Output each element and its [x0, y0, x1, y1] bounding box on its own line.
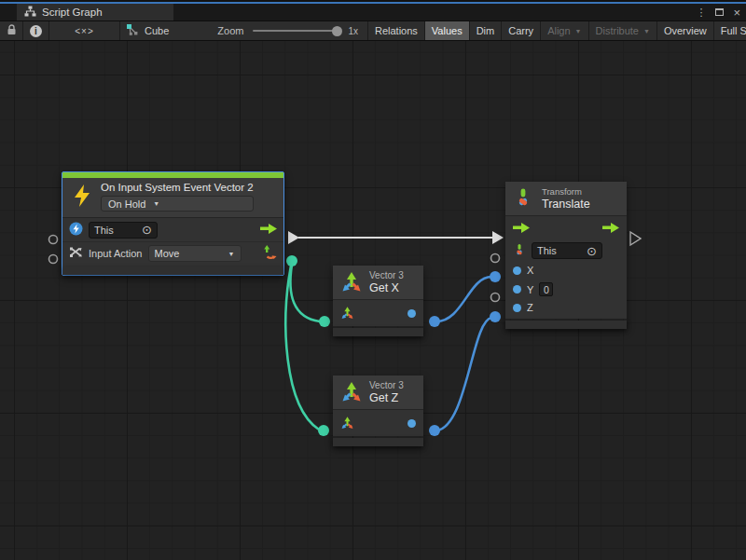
graph-ref-label: Cube: [145, 25, 169, 36]
vector3-mini-icon[interactable]: [340, 306, 354, 321]
transform-icon: [513, 187, 533, 210]
getx-output-dot[interactable]: [408, 309, 416, 318]
inspect-button[interactable]: i: [23, 21, 48, 40]
getz-node-footer: [333, 438, 423, 446]
x-label: X: [527, 265, 533, 276]
z-port-dot[interactable]: [513, 304, 521, 312]
translate-y-row: Y 0: [505, 280, 627, 299]
node-type-label: Vector 3: [369, 380, 404, 390]
port-event-this[interactable]: [49, 236, 58, 244]
node-title: On Input System Event Vector 2: [101, 182, 254, 193]
node-transform-translate[interactable]: Transform Translate: [505, 182, 627, 329]
wire-event-to-getz: [285, 266, 319, 430]
port-getz-out[interactable]: [429, 425, 440, 436]
vector3-icon: [340, 380, 363, 404]
translate-z-row: Z: [505, 299, 627, 319]
toolbar-button-values[interactable]: Values: [425, 21, 469, 40]
zoom-label: Zoom: [217, 25, 243, 36]
event-mode-dropdown[interactable]: On Hold ▼: [101, 196, 254, 212]
vector3-icon: [340, 270, 363, 294]
event-node-footer: [62, 266, 283, 275]
toolbar-button-overview[interactable]: Overview: [657, 21, 713, 40]
code-preview-button[interactable]: <×>: [49, 21, 119, 40]
tab-script-graph[interactable]: Script Graph: [17, 4, 173, 20]
maximize-icon[interactable]: [715, 8, 724, 16]
input-action-icon: [69, 246, 83, 261]
zoom-slider-handle[interactable]: [332, 26, 342, 36]
port-translate-y[interactable]: [491, 294, 500, 302]
lock-button[interactable]: [0, 21, 22, 40]
toolbar-button-distribute[interactable]: Distribute▼: [589, 21, 656, 40]
input-action-dropdown[interactable]: Move ▼: [148, 245, 242, 262]
dropdown-caret-icon: ▼: [643, 28, 650, 34]
object-picker-icon[interactable]: ⊙: [142, 224, 152, 236]
y-value-field[interactable]: 0: [539, 282, 553, 296]
zoom-value: 1x: [348, 26, 358, 36]
toolbar-button-dim[interactable]: Dim: [470, 21, 502, 40]
toolbar-button-relations[interactable]: Relations: [368, 21, 424, 40]
translate-target-field[interactable]: This ⊙: [532, 242, 602, 259]
dropdown-caret-icon: ▼: [228, 251, 235, 257]
port-translate-x[interactable]: [490, 271, 501, 282]
translate-node-footer: [505, 321, 627, 329]
node-type-label: Transform: [542, 186, 590, 197]
wire-getz-to-z: [436, 318, 491, 430]
getz-output-dot[interactable]: [408, 419, 416, 428]
menu-kebab-icon[interactable]: ⋮: [696, 7, 706, 19]
graph-toolbar: i <×> Cube Zoom 1x Relations Values Dim: [0, 20, 746, 41]
graph-reference[interactable]: Cube: [126, 21, 169, 40]
node-type-label: Vector 3: [369, 270, 404, 280]
wire-flow-event-to-translate: [288, 231, 504, 244]
getz-port-row: [333, 410, 423, 436]
port-translate-z[interactable]: [490, 311, 501, 322]
wire-event-to-getx: [290, 265, 320, 321]
node-vector3-get-x[interactable]: Vector 3 Get X: [333, 266, 423, 336]
toolbar-button-fullscreen[interactable]: Full Screen: [714, 21, 746, 40]
z-label: Z: [527, 302, 533, 313]
event-target-field[interactable]: This ⊙: [89, 222, 158, 239]
dropdown-caret-icon: ▼: [153, 200, 159, 207]
flow-in-arrow-icon[interactable]: [513, 223, 530, 235]
close-icon[interactable]: ×: [733, 7, 740, 19]
tab-bar: Script Graph ⋮ ×: [0, 4, 746, 20]
flow-out-arrow-icon[interactable]: [260, 224, 277, 236]
toolbar-button-carry[interactable]: Carry: [502, 21, 540, 40]
info-icon: i: [30, 25, 42, 37]
toolbar-button-align[interactable]: Align▼: [541, 21, 587, 40]
graph-canvas[interactable]: On Input System Event Vector 2 On Hold ▼…: [0, 41, 746, 560]
getx-port-row: [333, 300, 423, 326]
code-icon: <×>: [75, 26, 94, 36]
node-title: Get X: [369, 281, 404, 294]
node-vector3-get-z[interactable]: Vector 3 Get Z: [333, 376, 423, 446]
script-graph-icon: [24, 6, 36, 19]
port-event-vector2-out[interactable]: [286, 255, 297, 266]
vector3-mini-icon[interactable]: [340, 416, 354, 431]
port-getx-out[interactable]: [429, 316, 440, 327]
wire-getx-to-x: [436, 277, 491, 321]
port-getz-in[interactable]: [318, 425, 329, 436]
node-on-input-system-event[interactable]: On Input System Event Vector 2 On Hold ▼…: [62, 171, 284, 276]
graph-node-icon: [126, 23, 139, 38]
lock-icon: [7, 24, 17, 37]
y-port-dot[interactable]: [513, 285, 521, 294]
tab-label: Script Graph: [42, 7, 103, 18]
flow-out-arrow-icon[interactable]: [602, 223, 619, 235]
event-this-row: This ⊙: [62, 218, 283, 241]
vector2-out-icon[interactable]: [263, 245, 277, 263]
port-getx-in[interactable]: [319, 316, 330, 327]
window-controls: ⋮ ×: [696, 4, 740, 20]
port-translate-flow-out[interactable]: [630, 232, 641, 245]
zoom-slider[interactable]: [253, 30, 338, 32]
port-translate-this[interactable]: [491, 254, 500, 263]
transform-mini-icon: [513, 243, 526, 258]
dropdown-caret-icon: ▼: [575, 28, 582, 34]
lightning-icon: [72, 184, 92, 210]
getx-node-footer: [333, 328, 423, 336]
x-port-dot[interactable]: [513, 266, 521, 275]
port-event-action[interactable]: [49, 255, 58, 264]
translate-flow-row: [505, 216, 627, 240]
action-label: Input Action: [89, 248, 143, 259]
translate-this-row: This ⊙: [505, 240, 627, 261]
object-picker-icon[interactable]: ⊙: [587, 245, 597, 257]
script-graph-window: Script Graph ⋮ × i <×> Cube: [0, 0, 746, 560]
